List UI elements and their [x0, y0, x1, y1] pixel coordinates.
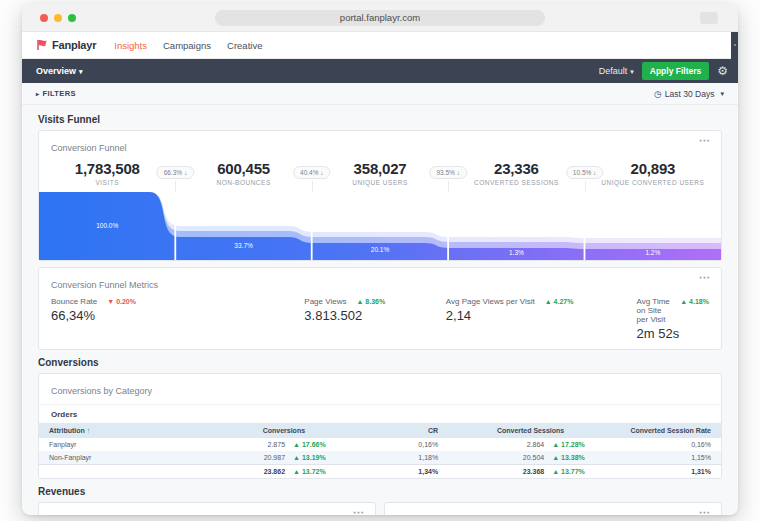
metric-bounce-rate: Bounce Rate▼ 0.20% 66,34% [51, 297, 304, 341]
change-badge: ▲ 13.77% [552, 468, 588, 475]
browser-window: portal.fanplayr.com Fanplayr Insights Ca… [22, 4, 738, 515]
filter-bar: ▸FILTERS ◷Last 30 Days▾ [22, 83, 738, 105]
maximize-window-button[interactable] [68, 14, 76, 22]
col-header-cr[interactable]: CR [339, 423, 448, 438]
close-window-button[interactable] [40, 14, 48, 22]
triangle-right-icon: ▸ [36, 91, 39, 97]
change-badge: ▼ 0.20% [107, 298, 136, 305]
app-nav: Fanplayr Insights Campaigns Creative [22, 32, 738, 59]
url-bar[interactable]: portal.fanplayr.com [215, 10, 545, 26]
table-row-fanplayr[interactable]: Fanplayr 2.875▲ 17.66% 0,16% 2.864▲ 17.2… [39, 438, 721, 451]
segment-label: 1.3% [448, 249, 584, 256]
col-header-conversions[interactable]: Conversions [175, 423, 339, 438]
card-menu-dots-icon[interactable]: ⋯ [699, 507, 711, 515]
metric-avg-page-views-per-visit: Avg Page Views per Visit▲ 4.27% 2,14 [446, 297, 637, 341]
stat-non-bounces: 600,455 NON-BOUNCES [175, 160, 311, 186]
brand-name: Fanplayr [52, 39, 96, 51]
orders-group-title: Orders [39, 405, 721, 423]
change-badge: ▲ 17.66% [293, 441, 329, 448]
clock-icon: ◷ [654, 89, 662, 99]
stat-unique-users: 358,027 UNIQUE USERS [312, 160, 448, 186]
funnel-chart: 100.0% 33.7% 20.1% 1.3% 1.2% [39, 192, 721, 260]
card-title: Conversions by Category [51, 386, 152, 396]
drop-badge: 40.4% ↓ [293, 166, 331, 179]
change-badge: ▲ 13.72% [293, 468, 329, 475]
conversion-funnel-card: Conversion Funnel ⋯ 1,783,508 VISITS 600… [38, 130, 722, 261]
chevron-down-icon: ▾ [79, 68, 83, 75]
section-title-visits-funnel: Visits Funnel [38, 114, 722, 125]
change-badge: ▲ 13.38% [552, 454, 588, 461]
filters-toggle[interactable]: ▸FILTERS [36, 89, 76, 98]
section-title-revenues: Revenues [38, 486, 722, 497]
dashboard-content: Visits Funnel Conversion Funnel ⋯ 1,783,… [22, 105, 738, 515]
view-dropdown[interactable]: Overview▾ [36, 66, 83, 76]
net-revenue-card: Net Revenue ⋯ Site▲ 15.65% €2.382.171,50… [38, 502, 376, 515]
nav-item-insights[interactable]: Insights [114, 40, 147, 51]
drop-badge: 10.5% ↓ [566, 166, 604, 179]
col-header-converted-session-rate[interactable]: Converted Session Rate [598, 423, 721, 438]
gear-icon[interactable]: ⚙ [717, 65, 728, 77]
aov-card: AOV ⋯ Site €99,95 Fanplayr €83,53 Non-Fa… [384, 502, 722, 515]
stat-visits: 1,783,508 VISITS [39, 160, 175, 186]
change-badge: ▲ 4.27% [545, 298, 574, 305]
nav-item-campaigns[interactable]: Campaigns [163, 40, 211, 51]
metric-avg-time-on-site: Avg Time on Site per Visit▲ 4.18% 2m 52s [637, 297, 709, 341]
metric-page-views: Page Views▲ 8.36% 3.813.502 [304, 297, 445, 341]
card-title: Conversion Funnel Metrics [51, 280, 158, 290]
insights-toolbar: Overview▾ Default▾ Apply Filters ⚙ [22, 59, 738, 83]
stat-converted-sessions: 23,336 CONVERTED SESSIONS [448, 160, 584, 186]
section-title-conversions: Conversions [38, 357, 722, 368]
change-badge: ▲ 8.36% [356, 298, 385, 305]
card-menu-dots-icon[interactable]: ⋯ [699, 272, 711, 283]
change-badge: ▲ 17.28% [552, 441, 588, 448]
funnel-stats-row: 1,783,508 VISITS 600,455 NON-BOUNCES 358… [39, 157, 721, 192]
conversions-by-category-card: Conversions by Category Orders Attributi… [38, 373, 722, 479]
table-row-non-fanplayr[interactable]: Non-Fanplayr 20.987▲ 13.19% 1,18% 20.504… [39, 451, 721, 465]
table-row-totals: 23.862▲ 13.72% 1,34% 23.368▲ 13.77% 1,31… [39, 465, 721, 479]
browser-chrome: portal.fanplayr.com [22, 4, 738, 32]
browser-menu-placeholder [700, 12, 718, 24]
nav-corner-accent [731, 32, 738, 59]
segment-label: 20.1% [312, 246, 448, 253]
chevron-down-icon: ▾ [720, 90, 724, 98]
date-range-dropdown[interactable]: ◷Last 30 Days▾ [654, 89, 724, 99]
segment-label: 100.0% [39, 222, 175, 229]
change-badge: ▲ 4.18% [680, 298, 709, 305]
conversion-funnel-metrics-card: Conversion Funnel Metrics ⋯ Bounce Rate▼… [38, 267, 722, 350]
segment-label: 1.2% [585, 249, 721, 256]
col-header-attribution[interactable]: Attribution↑ [39, 423, 175, 438]
chevron-down-icon: ▾ [630, 68, 634, 75]
sort-asc-icon: ↑ [87, 427, 91, 434]
preset-dropdown[interactable]: Default▾ [599, 66, 634, 76]
col-header-converted-sessions[interactable]: Converted Sessions [448, 423, 598, 438]
window-controls [40, 14, 76, 22]
card-title: Conversion Funnel [51, 143, 127, 153]
minimize-window-button[interactable] [54, 14, 62, 22]
change-badge: ▲ 13.19% [293, 454, 329, 461]
revenues-grid: Net Revenue ⋯ Site▲ 15.65% €2.382.171,50… [38, 502, 722, 515]
nav-item-creative[interactable]: Creative [227, 40, 262, 51]
fanplayr-flag-icon [36, 39, 48, 51]
stat-unique-converted-users: 20,893 UNIQUE CONVERTED USERS [585, 160, 721, 186]
card-menu-dots-icon[interactable]: ⋯ [353, 507, 365, 515]
card-menu-dots-icon[interactable]: ⋯ [699, 135, 711, 146]
conversions-table: Attribution↑ Conversions CR Converted Se… [39, 423, 721, 478]
apply-filters-button[interactable]: Apply Filters [642, 62, 709, 80]
fanplayr-logo[interactable]: Fanplayr [36, 39, 96, 51]
drop-badge: 66.3% ↓ [157, 166, 195, 179]
drop-badge: 93.5% ↓ [429, 166, 467, 179]
segment-label: 33.7% [175, 242, 311, 249]
